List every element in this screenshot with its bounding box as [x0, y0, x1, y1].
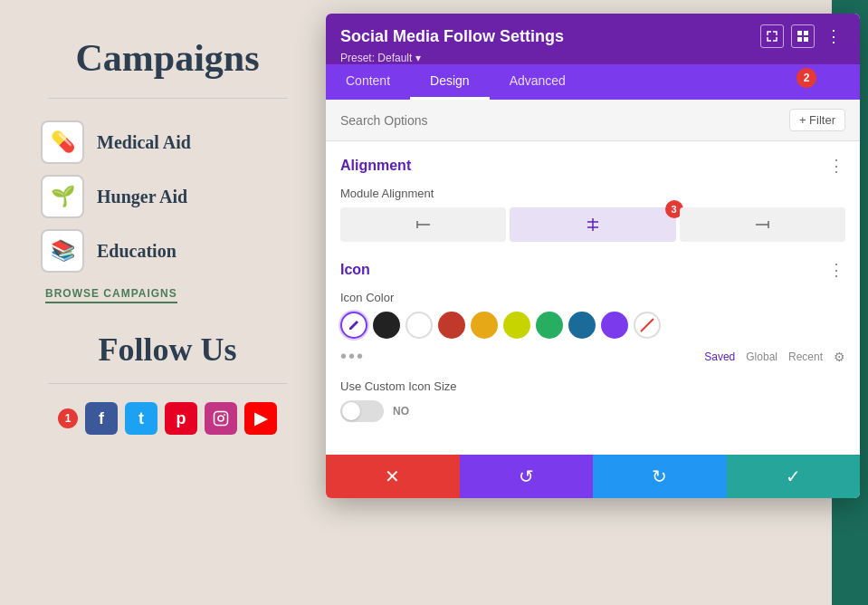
toggle-knob: [342, 402, 360, 420]
color-swatches: [340, 312, 845, 339]
campaigns-title: Campaigns: [75, 36, 259, 80]
align-right-button[interactable]: [680, 207, 845, 242]
toggle-no-label: NO: [393, 405, 409, 418]
color-swatch-red[interactable]: [438, 312, 465, 339]
website-preview: Campaigns 💊 Medical Aid 🌱 Hunger Aid 📚 E…: [0, 0, 335, 605]
svg-rect-3: [797, 31, 802, 35]
color-swatch-yellow-green[interactable]: [503, 312, 530, 339]
color-swatch-black[interactable]: [373, 312, 400, 339]
modal-footer: ✕ ↺ ↻ ✓: [326, 455, 860, 498]
svg-point-2: [224, 414, 225, 416]
color-swatch-green[interactable]: [536, 312, 563, 339]
hunger-aid-label: Hunger Aid: [97, 187, 187, 207]
modal-tabs: Content Design Advanced 2: [326, 64, 860, 100]
icon-color-label: Icon Color: [340, 291, 845, 304]
filter-button[interactable]: + Filter: [789, 109, 845, 131]
modal-title: Social Media Follow Settings: [340, 27, 564, 46]
cancel-button[interactable]: ✕: [326, 455, 460, 498]
icon-title: Icon: [340, 262, 370, 278]
icon-header: Icon ⋮: [340, 260, 845, 280]
follow-us-title: Follow Us: [99, 331, 237, 369]
module-alignment-label: Module Alignment: [340, 187, 845, 200]
list-item: 📚 Education: [41, 229, 294, 273]
recent-tab[interactable]: Recent: [788, 351, 823, 363]
svg-rect-5: [797, 37, 802, 42]
color-swatch-gold[interactable]: [471, 312, 498, 339]
alignment-buttons: 3: [340, 207, 845, 242]
save-button[interactable]: ✓: [727, 455, 861, 498]
saved-tab[interactable]: Saved: [704, 351, 735, 363]
custom-size-container: Use Custom Icon Size NO: [340, 379, 845, 422]
alignment-section: Alignment ⋮ Module Alignment: [340, 156, 845, 242]
browse-campaigns-link[interactable]: BROWSE CAMPAIGNS: [45, 287, 177, 303]
pinterest-icon[interactable]: p: [165, 402, 197, 435]
color-swatch-purple[interactable]: [601, 312, 628, 339]
settings-modal: Social Media Follow Settings: [326, 14, 860, 498]
tab-design[interactable]: Design: [410, 64, 490, 100]
list-item: 🌱 Hunger Aid: [41, 175, 294, 218]
icon-section: Icon ⋮ Icon Color: [340, 260, 845, 422]
alignment-header: Alignment ⋮: [340, 156, 845, 176]
tab-content[interactable]: Content: [326, 64, 410, 100]
more-options-icon[interactable]: ⋮: [822, 24, 845, 48]
preset-label[interactable]: Preset: Default ▾: [340, 52, 845, 64]
divider-1: [48, 98, 287, 99]
youtube-icon[interactable]: ▶: [244, 402, 277, 435]
toggle-row: NO: [340, 400, 845, 422]
color-bottom-row: ••• Saved Global Recent ⚙: [340, 346, 845, 367]
grid-icon[interactable]: [791, 24, 815, 48]
alignment-options-icon[interactable]: ⋮: [828, 156, 845, 176]
custom-size-toggle[interactable]: [340, 400, 384, 422]
reset-button[interactable]: ↺: [460, 455, 594, 498]
svg-point-1: [218, 416, 224, 421]
modal-header-icons: ⋮: [760, 24, 845, 48]
color-swatch-strikethrough[interactable]: [634, 312, 661, 339]
list-item: 💊 Medical Aid: [41, 120, 294, 164]
twitter-icon[interactable]: t: [125, 402, 157, 435]
search-bar: + Filter: [326, 100, 860, 141]
social-icons-row: 1 f t p ▶: [58, 402, 277, 435]
custom-size-label: Use Custom Icon Size: [340, 379, 845, 393]
tab-advanced[interactable]: Advanced: [490, 64, 586, 100]
alignment-title: Alignment: [340, 158, 411, 174]
modal-title-row: Social Media Follow Settings: [340, 24, 845, 48]
svg-rect-0: [215, 412, 228, 426]
color-swatch-blue[interactable]: [568, 312, 596, 339]
expand-icon[interactable]: [760, 24, 784, 48]
color-swatch-white[interactable]: [405, 312, 433, 339]
search-input[interactable]: [340, 113, 521, 128]
svg-rect-4: [804, 31, 808, 35]
align-center-button[interactable]: 3: [510, 207, 675, 242]
align-left-button[interactable]: [340, 207, 506, 242]
campaign-list: 💊 Medical Aid 🌱 Hunger Aid 📚 Education: [41, 120, 294, 273]
step-badge-2: 2: [796, 68, 816, 88]
color-settings-icon[interactable]: ⚙: [834, 350, 845, 364]
medical-aid-icon: 💊: [41, 120, 84, 164]
svg-line-15: [641, 319, 653, 331]
modal-header: Social Media Follow Settings: [326, 14, 860, 64]
icon-options-icon[interactable]: ⋮: [828, 260, 845, 280]
facebook-icon[interactable]: f: [85, 402, 118, 435]
divider-2: [48, 383, 287, 384]
more-colors-dots[interactable]: •••: [340, 346, 365, 367]
medical-aid-label: Medical Aid: [97, 132, 191, 153]
redo-button[interactable]: ↻: [593, 455, 727, 498]
color-tabs: Saved Global Recent ⚙: [704, 350, 845, 364]
education-label: Education: [97, 241, 176, 262]
education-icon: 📚: [41, 229, 84, 273]
step-badge-1: 1: [58, 408, 78, 428]
hunger-aid-icon: 🌱: [41, 175, 84, 218]
svg-rect-6: [804, 37, 808, 42]
global-tab[interactable]: Global: [746, 351, 777, 363]
color-swatch-selected[interactable]: [340, 312, 367, 339]
instagram-icon[interactable]: [205, 402, 237, 435]
modal-content: Alignment ⋮ Module Alignment: [326, 141, 860, 455]
